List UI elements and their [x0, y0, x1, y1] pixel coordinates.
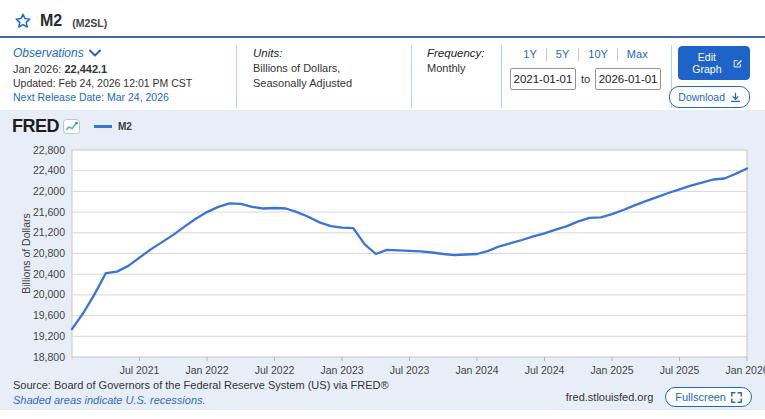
x-axis-tick-label: Jul 2024: [525, 364, 565, 376]
m2-line-chart[interactable]: 18,80019,20019,60020,00020,40020,80021,2…: [0, 142, 765, 378]
x-axis-tick-label: Jan 2023: [320, 364, 363, 376]
y-axis-tick-label: 21,600: [33, 206, 65, 218]
actions-column: Edit Graph Download: [672, 45, 765, 108]
fullscreen-expand-icon: [731, 392, 742, 403]
x-axis-tick-label: Jul 2023: [390, 364, 430, 376]
download-button[interactable]: Download: [669, 86, 750, 108]
y-axis-tick-label: 20,400: [33, 268, 65, 280]
units-value-line1: Billions of Dollars,: [253, 61, 403, 76]
preset-max[interactable]: Max: [618, 48, 657, 61]
preset-10y[interactable]: 10Y: [579, 48, 618, 61]
fred-logo[interactable]: FRED: [12, 116, 80, 137]
chart-footer-right: fred.stlouisfed.org Fullscreen: [566, 387, 752, 408]
start-date-input[interactable]: [510, 68, 576, 90]
fred-wordmark: FRED: [12, 116, 59, 137]
date-range-row: to: [510, 68, 661, 90]
date-range-column: 1Y 5Y 10Y Max to: [502, 45, 672, 108]
range-presets: 1Y 5Y 10Y Max: [510, 48, 661, 61]
source-attribution: Source: Board of Governors of the Federa…: [13, 378, 389, 393]
chart-footer: Source: Board of Governors of the Federa…: [0, 378, 765, 408]
x-axis-tick-label: Jan 2025: [590, 364, 633, 376]
observations-column: Observations Jan 2026: 22,442.1 Updated:…: [0, 45, 237, 108]
chart-legend: M2: [94, 121, 132, 132]
x-axis-tick-label: Jan 2026: [725, 364, 765, 376]
y-axis-tick-label: 20,000: [33, 288, 65, 300]
next-release-link[interactable]: Next Release Date: Mar 24, 2026: [13, 90, 228, 104]
y-axis-tick-label: 20,800: [33, 247, 65, 259]
y-axis-tick-label: 22,400: [33, 164, 65, 176]
edit-pencil-icon: [733, 58, 742, 69]
units-column: Units: Billions of Dollars, Seasonally A…: [237, 45, 412, 108]
recessions-note-link[interactable]: Shaded areas indicate U.S. recessions.: [13, 393, 389, 408]
x-axis-tick-label: Jan 2022: [185, 364, 228, 376]
fred-series-page: M2 (M2SL) Observations Jan 2026: 22,442.…: [0, 0, 765, 419]
frequency-label: Frequency:: [427, 46, 495, 61]
series-id: (M2SL): [72, 17, 107, 29]
site-url: fred.stlouisfed.org: [566, 391, 653, 403]
download-icon: [730, 92, 741, 103]
preset-1y[interactable]: 1Y: [514, 48, 546, 61]
preset-5y[interactable]: 5Y: [547, 48, 579, 61]
chevron-down-icon: [89, 49, 101, 57]
fullscreen-button[interactable]: Fullscreen: [665, 387, 752, 407]
chart-header: FRED M2: [0, 110, 765, 135]
edit-graph-label: Edit Graph: [686, 51, 728, 75]
updated-timestamp: Updated: Feb 24, 2026 12:01 PM CST: [13, 76, 228, 90]
y-axis-tick-label: 19,200: [33, 330, 65, 342]
end-date-input[interactable]: [595, 68, 661, 90]
x-axis-tick-label: Jan 2024: [455, 364, 498, 376]
chart-section: FRED M2 18,80019,20019,60020,00020,40020…: [0, 110, 765, 410]
download-label: Download: [678, 91, 725, 103]
units-label: Units:: [253, 46, 403, 61]
chart-footer-left: Source: Board of Governors of the Federa…: [13, 378, 389, 408]
y-axis-tick-label: 22,800: [33, 144, 65, 156]
observations-dropdown[interactable]: Observations: [13, 46, 228, 60]
frequency-column: Frequency: Monthly: [412, 45, 502, 108]
frequency-value: Monthly: [427, 61, 495, 76]
fullscreen-label: Fullscreen: [675, 391, 726, 403]
y-axis-title: Billions of Dollars: [20, 213, 32, 294]
x-axis-tick-label: Jul 2025: [660, 364, 700, 376]
fred-chart-icon: [63, 119, 80, 134]
y-axis-tick-label: 18,800: [33, 351, 65, 363]
units-value-line2: Seasonally Adjusted: [253, 76, 403, 91]
y-axis-tick-label: 22,000: [33, 185, 65, 197]
y-axis-tick-label: 21,200: [33, 226, 65, 238]
latest-observation-date: Jan 2026:: [13, 63, 61, 75]
latest-observation: Jan 2026: 22,442.1: [13, 62, 228, 76]
info-bar: Observations Jan 2026: 22,442.1 Updated:…: [0, 38, 765, 108]
edit-graph-button[interactable]: Edit Graph: [678, 46, 750, 80]
date-range-to-label: to: [581, 73, 590, 85]
x-axis-tick-label: Jul 2022: [255, 364, 295, 376]
title-bar: M2 (M2SL): [0, 0, 765, 38]
legend-series-label: M2: [118, 121, 132, 132]
x-axis-tick-label: Jul 2021: [120, 364, 160, 376]
legend-line-swatch: [94, 125, 112, 128]
y-axis-tick-label: 19,600: [33, 309, 65, 321]
observations-label: Observations: [13, 46, 84, 60]
favorite-star-icon[interactable]: [14, 12, 32, 30]
page-title: M2: [40, 12, 62, 30]
latest-observation-value: 22,442.1: [64, 63, 107, 75]
